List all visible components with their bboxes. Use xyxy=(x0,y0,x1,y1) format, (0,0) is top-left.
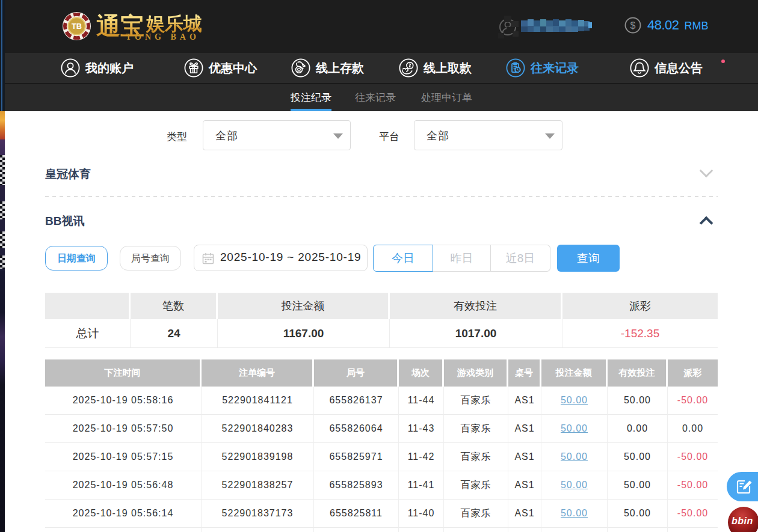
svg-text:$: $ xyxy=(630,20,636,31)
svg-text:TB: TB xyxy=(72,22,82,31)
